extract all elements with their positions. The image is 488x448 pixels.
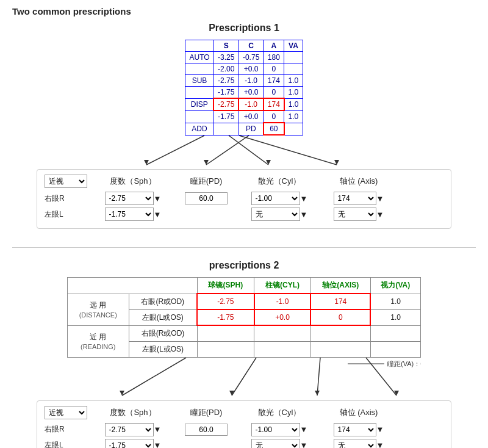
group-sublabel: (READING) [81, 343, 115, 350]
svg-line-0 [146, 135, 204, 165]
row-va [284, 123, 303, 135]
dropdown-icon: ▼ [154, 194, 162, 203]
sph-left-r [197, 341, 254, 357]
form2-row-right: 右眼R -2.75 ▼ -1.00 ▼ [45, 423, 443, 436]
dropdown-icon: ▼ [300, 194, 308, 203]
group-reading: 近 用 (READING) [68, 325, 129, 357]
row-s: -3.25 [214, 52, 239, 63]
eye-right: 右眼(R或OD) [129, 294, 197, 309]
col-pd-label: 瞳距(PD) [173, 176, 240, 187]
dropdown-icon: ▼ [300, 210, 308, 219]
pd-input[interactable] [185, 192, 228, 204]
row-s: -1.75 [214, 110, 239, 123]
left-cyl-cell-2: 无 ▼ [240, 439, 319, 449]
right-axis-cell-2: 174 ▼ [319, 423, 398, 436]
table-row: SUB -2.75 -1.0 174 1.0 [185, 75, 303, 87]
left-sph-select[interactable]: -1.75 [105, 208, 154, 221]
table-row: -1.75 +0.0 0 1.0 [185, 87, 303, 99]
row-va [284, 63, 303, 75]
row-label [185, 63, 214, 75]
table-row: AUTO -3.25 -0.75 180 [185, 52, 303, 63]
eye-right-r: 右眼(R或OD) [129, 325, 197, 341]
left-sph-cell-2: -1.75 ▼ [93, 439, 173, 449]
table-row: DISP -2.75 -1.0 174 1.0 [185, 98, 303, 110]
row-a: 0 [264, 87, 284, 99]
right-eye-label: 右眼R [45, 193, 93, 204]
dropdown-icon: ▼ [376, 441, 384, 448]
section2-title: prescriptions 2 [12, 260, 476, 271]
presc1-header-s: S [214, 40, 239, 52]
row-s: -2.75 [214, 75, 239, 87]
row-label: SUB [185, 75, 214, 87]
right-sph-cell: -2.75 ▼ [93, 192, 173, 205]
right-cyl-cell: -1.00 ▼ [240, 192, 319, 205]
left-axis-cell-2: 无 ▼ [319, 439, 398, 449]
col-axis-label: 轴位 (Axis) [319, 176, 398, 187]
right-pd-cell-2 [173, 424, 240, 436]
group-distance: 远 用 (DISTANCE) [68, 294, 129, 325]
section-prescription1: Prescriptions 1 S C A VA AUTO -3.25 -0.7… [12, 23, 476, 229]
presc2-row-right-distance: 远 用 (DISTANCE) 右眼(R或OD) -2.75 -1.0 174 1… [68, 294, 421, 309]
pd-input-2[interactable] [185, 424, 228, 436]
form-row-right: 右眼R -2.75 ▼ -1.00 ▼ [45, 192, 443, 205]
presc2-form: 近视 远视 度数（Sph） 瞳距(PD) 散光（Cyl） 轴位 (Axis) 右… [37, 400, 451, 449]
presc1-header-c: C [239, 40, 263, 52]
col2-cyl-label: 散光（Cyl） [240, 407, 319, 418]
right-cyl-select[interactable]: -1.00 [251, 192, 300, 205]
presc1-layout: S C A VA AUTO -3.25 -0.75 180 -2.00 +0 [12, 40, 476, 229]
sph-right: -2.75 [197, 294, 254, 309]
row-label: AUTO [185, 52, 214, 63]
row-a: 0 [264, 63, 284, 75]
right-cyl-select-2[interactable]: -1.00 [251, 423, 300, 436]
row-c: +0.0 [239, 110, 263, 123]
row-s: -2.00 [214, 63, 239, 75]
presc2-header-sph: 球镜(SPH) [197, 278, 254, 294]
right-pd-cell [173, 192, 240, 204]
right-sph-cell-2: -2.75 ▼ [93, 423, 173, 436]
left-axis-select-2[interactable]: 无 [334, 439, 376, 449]
svg-line-2 [229, 135, 268, 165]
presc1-table: S C A VA AUTO -3.25 -0.75 180 -2.00 +0 [185, 40, 303, 135]
va-left-r [370, 341, 420, 357]
page-title: Two common prescriptions [12, 6, 476, 16]
col2-sph-label: 度数（Sph） [93, 407, 173, 418]
presc2-header-cyl: 柱镜(CYL) [254, 278, 311, 294]
group-sublabel: (DISTANCE) [79, 311, 117, 319]
dropdown-icon: ▼ [376, 425, 384, 434]
section1-title: Prescriptions 1 [12, 23, 476, 34]
row-a: 180 [264, 52, 284, 63]
left-eye-label: 左眼L [45, 209, 93, 220]
col2-axis-label: 轴位 (Axis) [319, 407, 398, 418]
presc1-arrows [98, 135, 390, 169]
table-row: -1.75 +0.0 0 1.0 [185, 110, 303, 123]
axis-right: 174 [310, 294, 370, 309]
type-select[interactable]: 近视 远视 [45, 175, 87, 188]
left-sph-select-2[interactable]: -1.75 [105, 439, 154, 449]
col2-pd-label: 瞳距(PD) [173, 407, 240, 418]
row-s-highlight: -2.75 [214, 98, 239, 110]
right-axis-select-2[interactable]: 174 [334, 423, 376, 436]
left-cyl-cell: 无 ▼ [240, 208, 319, 221]
form-row-left: 左眼L -1.75 ▼ 无 ▼ 无 [45, 208, 443, 221]
presc2-header-empty [68, 278, 198, 294]
right-axis-select[interactable]: 174 [334, 192, 376, 205]
row-label [185, 87, 214, 99]
eye-left-r: 左眼(L或OS) [129, 341, 197, 357]
left-axis-select[interactable]: 无 [334, 208, 376, 221]
right-sph-select[interactable]: -2.75 [105, 192, 154, 205]
va-right-r [370, 325, 420, 341]
presc1-header-va: VA [284, 40, 303, 52]
row-c-highlight: -1.0 [239, 98, 263, 110]
left-axis-cell: 无 ▼ [319, 208, 398, 221]
row-c: -1.0 [239, 75, 263, 87]
right-eye-label-2: 右眼R [45, 424, 93, 435]
right-axis-cell: 174 ▼ [319, 192, 398, 205]
type-select-2[interactable]: 近视 远视 [45, 406, 87, 419]
right-sph-select-2[interactable]: -2.75 [105, 423, 154, 436]
svg-line-4 [239, 135, 337, 165]
svg-line-10 [122, 358, 186, 396]
presc1-header-empty [185, 40, 214, 52]
left-cyl-select-2[interactable]: 无 [251, 439, 300, 449]
right-cyl-cell-2: -1.00 ▼ [240, 423, 319, 436]
left-cyl-select[interactable]: 无 [251, 208, 300, 221]
